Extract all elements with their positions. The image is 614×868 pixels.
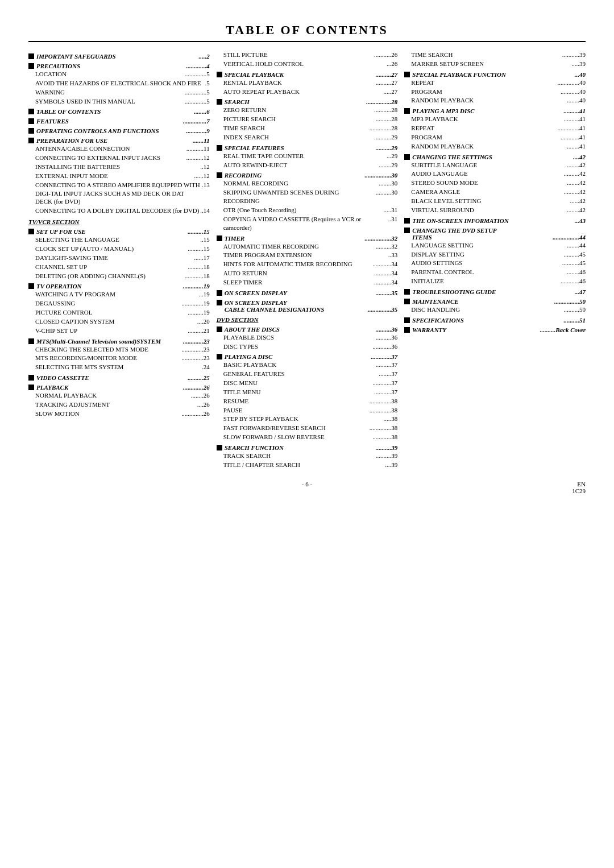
bullet-icon	[217, 354, 222, 359]
bullet-icon	[404, 289, 410, 295]
toc-entry: TIME SEARCH..............28	[217, 124, 398, 133]
toc-col2: STILL PICTURE...........26VERTICAL HOLD …	[217, 50, 405, 469]
bullet-icon	[28, 229, 34, 234]
toc-entry: AUTOMATIC TIMER RECORDING..........32	[217, 242, 398, 251]
toc-entry: TIME SEARCH...........39	[404, 51, 586, 59]
toc-section: ON SCREEN DISPLAYCABLE CHANNEL DESIGNATI…	[217, 299, 398, 313]
toc-entry: TITLE / CHAPTER SEARCH....39	[217, 461, 398, 469]
toc-entry: MTS RECORDING/MONITOR MODE..............…	[28, 354, 210, 362]
title-divider	[28, 41, 586, 42]
toc-entry: SUBTITLE LANGUAGE........42	[404, 161, 586, 170]
toc-entry: SYMBOLS USED IN THIS MANUAL.............…	[28, 97, 210, 106]
toc-entry: CONNECTING TO EXTERNAL INPUT JACKS......…	[28, 154, 210, 162]
toc-entry: DISC MENU............37	[217, 379, 398, 387]
bullet-icon	[404, 228, 410, 233]
toc-entry: SELECTING THE MTS SYSTEM.24	[28, 363, 210, 371]
bullet-icon	[217, 172, 222, 178]
bullet-icon	[404, 108, 410, 114]
toc-section: TV OPERATION.............19	[28, 283, 210, 290]
bullet-icon	[217, 145, 222, 151]
bullet-icon	[28, 338, 34, 344]
toc-section: SET UP FOR USE..........15	[28, 228, 210, 235]
bullet-icon	[217, 290, 222, 296]
toc-section: SEARCH................28	[217, 98, 398, 105]
toc-section: CHANGING THE SETTINGS....42	[404, 154, 586, 160]
toc-entry: STEP BY STEP PLAYBACK.....38	[217, 415, 398, 423]
toc-entry: PAUSE..............38	[217, 406, 398, 415]
toc-entry: SLOW FORWARD / SLOW REVERSE............3…	[217, 433, 398, 441]
toc-entry: SLOW MOTION..............26	[28, 410, 210, 418]
toc-entry: TIMER PROGRAM EXTENSION..33	[217, 251, 398, 259]
toc-entry: AUDIO SETTINGS...........45	[404, 259, 586, 267]
toc-entry: TRACK SEARCH..........39	[217, 452, 398, 460]
toc-entry: BLACK LEVEL SETTING......42	[404, 197, 586, 205]
toc-entry: PLAYABLE DISCS..........36	[217, 333, 398, 342]
toc-entry: CHANNEL SET UP..........18	[28, 263, 210, 271]
toc-section: RECORDING.................30	[217, 172, 398, 179]
toc-entry: COPYING A VIDEO CASSETTE (Requires a VCR…	[217, 215, 398, 232]
toc-entry: RANDOM PLAYBACK........41	[404, 142, 586, 151]
toc-entry: DISC TYPES............36	[217, 342, 398, 351]
toc-entry: MARKER SETUP SCREEN.....39	[404, 60, 586, 68]
toc-section: TABLE OF CONTENTS........6	[28, 108, 210, 115]
page-footer: - 6 - EN 1C29	[28, 481, 586, 494]
toc-section: THE ON-SCREEN INFORMATION...43	[404, 217, 586, 224]
toc-entry: RANDOM PLAYBACK........40	[404, 96, 586, 105]
toc-entry: CONNECTING TO A DOLBY DIGITAL DECODER (f…	[28, 206, 210, 215]
bullet-icon	[28, 109, 34, 114]
toc-section: OPERATING CONTROLS AND FUNCTIONS........…	[28, 127, 210, 134]
toc-entry: OTR (One Touch Recording).....31	[217, 206, 398, 214]
toc-entry: V-CHIP SET UP..........21	[28, 326, 210, 335]
bullet-icon	[28, 128, 34, 134]
toc-entry: AVOID THE HAZARDS OF ELECTRICAL SHOCK AN…	[28, 79, 210, 88]
subsection-label: DVD SECTION	[217, 316, 398, 323]
toc-entry: DISPLAY SETTING..........45	[404, 250, 586, 259]
toc-entry: DELETING (OR ADDING) CHANNEL(S).........…	[28, 272, 210, 280]
toc-entry: LANGUAGE SETTING........44	[404, 241, 586, 250]
toc-entry: NORMAL PLAYBACK........26	[28, 391, 210, 400]
toc-columns: IMPORTANT SAFEGUARDS.....2PRECAUTIONS...…	[28, 50, 586, 469]
toc-section: PREPARATION FOR USE.......11	[28, 137, 210, 144]
toc-entry: STEREO SOUND MODE........42	[404, 179, 586, 187]
toc-entry: CLOSED CAPTION SYSTEM....20	[28, 317, 210, 326]
toc-col1: IMPORTANT SAFEGUARDS.....2PRECAUTIONS...…	[28, 50, 217, 469]
toc-entry: DISC HANDLING..........50	[404, 305, 586, 314]
bullet-icon	[28, 385, 34, 390]
toc-entry: RESUME..............38	[217, 397, 398, 406]
toc-section: VIDEO CASSETTE..........25	[28, 374, 210, 381]
toc-entry: NORMAL RECORDING........30	[217, 179, 398, 188]
toc-section: TIMER.................32	[217, 235, 398, 242]
toc-entry: REPEAT..............41	[404, 124, 586, 133]
toc-entry: REPEAT..............40	[404, 78, 586, 87]
toc-entry: PROGRAM............40	[404, 88, 586, 96]
toc-section: WARRANTY..........Back Cover	[404, 326, 586, 333]
toc-entry: PICTURE SEARCH..........28	[217, 115, 398, 123]
toc-section: MAINTENANCE................50	[404, 298, 586, 305]
toc-entry: SLEEP TIMER...........34	[217, 278, 398, 287]
bullet-icon	[28, 53, 34, 59]
page-title: TABLE OF CONTENTS	[28, 23, 586, 38]
bullet-icon	[404, 317, 410, 323]
toc-entry: MP3 PLAYBACK..........41	[404, 115, 586, 123]
toc-entry: CONNECTING TO A STEREO AMPLIFIER EQUIPPE…	[28, 181, 210, 206]
bullet-icon	[404, 299, 410, 304]
toc-section: MTS(Multi-Channel Television sound)SYSTE…	[28, 338, 210, 345]
bullet-icon	[404, 154, 410, 160]
toc-entry: SKIPPING UNWANTED SCENES DURING RECORDIN…	[217, 188, 398, 205]
toc-entry: INSTALLING THE BATTERIES..12	[28, 163, 210, 171]
toc-entry: RENTAL PLAYBACK..........27	[217, 78, 398, 87]
bullet-icon	[28, 375, 34, 381]
toc-entry: DEGAUSSING..............19	[28, 299, 210, 308]
toc-section: ON SCREEN DISPLAY..........35	[217, 290, 398, 296]
bullet-icon	[217, 72, 222, 77]
page-number: - 6 -	[214, 481, 400, 494]
toc-section: IMPORTANT SAFEGUARDS.....2	[28, 53, 210, 60]
toc-section: CHANGING THE DVD SETUPITEMS.............…	[404, 227, 586, 241]
toc-entry: WARNING..............5	[28, 88, 210, 97]
bullet-icon	[404, 327, 410, 333]
toc-section: FEATURES...............7	[28, 118, 210, 125]
toc-entry: CHECKING THE SELECTED MTS MODE..........…	[28, 345, 210, 354]
toc-entry: AUDIO LANGUAGE..........42	[404, 170, 586, 178]
toc-entry: AUTO RETURN...........34	[217, 269, 398, 278]
toc-entry: BASIC PLAYBACK..........37	[217, 361, 398, 369]
